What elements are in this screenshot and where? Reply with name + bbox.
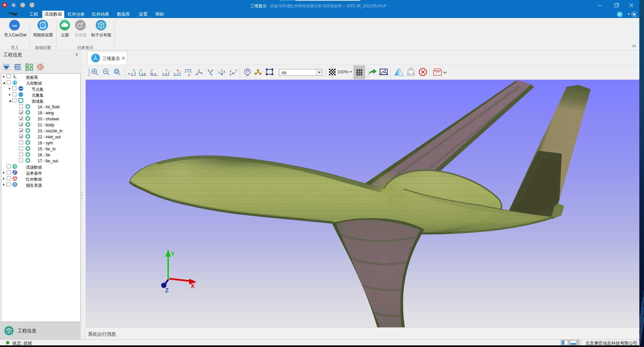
svg-text:z: z [162, 72, 164, 75]
svg-text:Y: Y [177, 72, 179, 75]
svg-text:Z: Z [165, 287, 168, 294]
svg-text:Y: Y [165, 69, 167, 72]
svg-text:z: z [218, 71, 220, 74]
svg-text:z: z [230, 69, 231, 73]
svg-text:z: z [211, 73, 212, 76]
svg-text:cas: cas [12, 23, 17, 27]
svg-text:x: x [152, 72, 153, 75]
svg-text:x: x [188, 73, 190, 77]
svg-text:z: z [174, 72, 175, 75]
svg-text:Y: Y [133, 69, 135, 72]
svg-text:x: x [177, 69, 178, 72]
svg-text:x: x [211, 69, 213, 72]
svg-text:x: x [165, 72, 167, 75]
svg-text:z: z [142, 72, 143, 75]
svg-text:z: z [14, 76, 15, 78]
svg-text:z: z [131, 72, 133, 75]
svg-text:X: X [191, 283, 195, 289]
svg-text:Y: Y [151, 69, 153, 72]
svg-text:x: x [230, 73, 231, 76]
svg-text:Y: Y [171, 251, 175, 257]
svg-text:x: x [16, 77, 17, 79]
svg-text:x: x [223, 70, 225, 73]
svg-text:Y: Y [221, 69, 223, 72]
svg-text:x: x [144, 72, 146, 75]
svg-text:Y: Y [140, 69, 142, 72]
svg-text:Y: Y [187, 70, 189, 73]
svg-text:z: z [155, 72, 156, 75]
svg-text:x: x [128, 72, 130, 75]
svg-text:z: z [185, 70, 186, 73]
svg-text:Y: Y [235, 69, 237, 72]
